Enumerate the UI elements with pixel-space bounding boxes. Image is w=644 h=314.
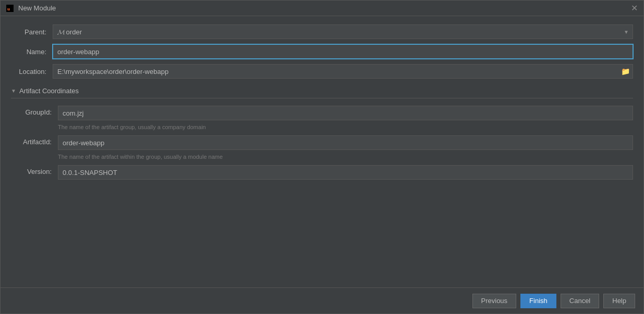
name-input[interactable] bbox=[53, 44, 633, 59]
name-label: Name: bbox=[11, 48, 53, 56]
finish-button[interactable]: Finish bbox=[520, 294, 556, 308]
artifactid-input-group bbox=[58, 135, 633, 152]
name-row: Name: bbox=[11, 44, 633, 59]
section-collapse-icon[interactable]: ▼ bbox=[11, 88, 16, 94]
close-button[interactable]: ✕ bbox=[630, 4, 638, 12]
app-icon: u bbox=[6, 4, 14, 12]
artifact-coordinates-section: ▼ Artifact Coordinates GroupId: The name… bbox=[11, 87, 633, 181]
location-label: Location: bbox=[11, 68, 53, 76]
browse-folder-button[interactable]: 📁 bbox=[620, 67, 631, 76]
artifactid-label: ArtifactId: bbox=[11, 135, 58, 146]
cancel-button[interactable]: Cancel bbox=[561, 294, 599, 308]
parent-row: Parent: 𝓜 order ▼ bbox=[11, 24, 633, 39]
section-title: Artifact Coordinates bbox=[19, 87, 79, 95]
location-input-wrapper: 📁 bbox=[53, 64, 633, 79]
dialog-title: New Module bbox=[18, 4, 56, 12]
title-bar: u New Module ✕ bbox=[1, 1, 643, 16]
groupid-label: GroupId: bbox=[11, 106, 58, 116]
previous-button[interactable]: Previous bbox=[472, 294, 517, 308]
artifactid-hint: The name of the artifact within the grou… bbox=[58, 154, 223, 160]
groupid-input[interactable] bbox=[58, 106, 633, 120]
groupid-input-group bbox=[58, 106, 633, 122]
location-input[interactable] bbox=[53, 64, 633, 79]
location-row: Location: 📁 bbox=[11, 64, 633, 79]
artifactid-row: ArtifactId: bbox=[11, 135, 633, 152]
artifactid-hint-row: The name of the artifact within the grou… bbox=[11, 154, 633, 165]
groupid-row: GroupId: bbox=[11, 106, 633, 122]
artifactid-input[interactable] bbox=[58, 135, 633, 150]
version-row: Version: bbox=[11, 165, 633, 181]
help-button[interactable]: Help bbox=[603, 294, 635, 308]
version-input-group bbox=[58, 165, 633, 181]
parent-select[interactable]: 𝓜 order bbox=[53, 24, 633, 39]
groupid-hint-row: The name of the artifact group, usually … bbox=[11, 124, 633, 135]
new-module-dialog: u New Module ✕ Parent: 𝓜 order ▼ Name: L bbox=[0, 0, 644, 314]
section-header: ▼ Artifact Coordinates bbox=[11, 87, 633, 98]
parent-select-wrapper: 𝓜 order ▼ bbox=[53, 24, 633, 39]
title-bar-left: u New Module bbox=[6, 4, 56, 12]
groupid-hint: The name of the artifact group, usually … bbox=[58, 124, 206, 130]
version-label: Version: bbox=[11, 165, 58, 175]
dialog-footer: Previous Finish Cancel Help bbox=[1, 287, 643, 313]
version-input[interactable] bbox=[58, 165, 633, 180]
svg-text:u: u bbox=[7, 6, 10, 11]
parent-label: Parent: bbox=[11, 28, 53, 36]
dialog-content: Parent: 𝓜 order ▼ Name: Location: 📁 bbox=[1, 16, 643, 287]
